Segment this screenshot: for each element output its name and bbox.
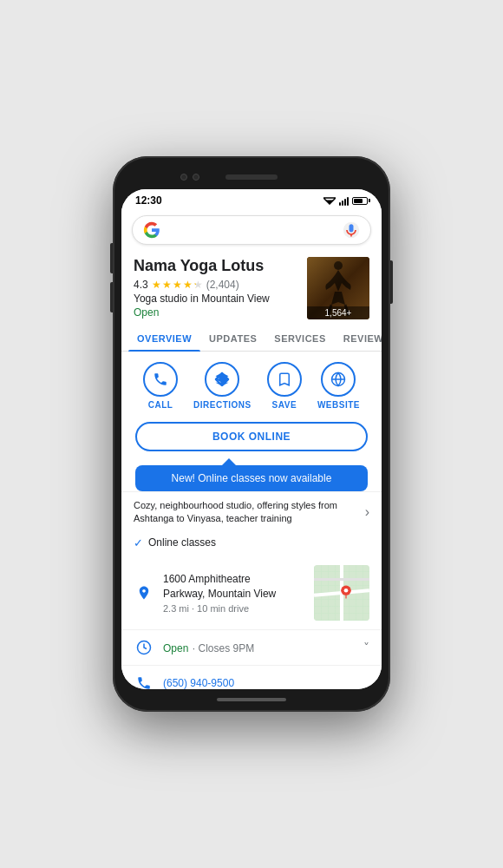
battery-icon [352, 197, 368, 205]
online-classes-text: Online classes [148, 536, 216, 549]
save-label: SAVE [272, 400, 297, 410]
call-label: CALL [148, 400, 173, 410]
business-card: Nama Yoga Lotus 4.3 ★ ★ ★ ★ ★ ★ (2,404) [121, 250, 382, 326]
svg-point-5 [334, 261, 343, 270]
status-bar: 12:30 [121, 189, 382, 210]
phone-notch [121, 165, 382, 189]
checkmark-icon: ✓ [134, 536, 143, 549]
status-time: 12:30 [135, 194, 162, 207]
tooltip-wrapper: New! Online classes now available [121, 458, 382, 491]
star-1: ★ [152, 279, 161, 291]
business-name: Nama Yoga Lotus [134, 257, 300, 276]
bookmark-icon [277, 372, 292, 387]
microphone-icon[interactable] [343, 221, 360, 239]
wifi-icon [323, 196, 336, 205]
tab-overview[interactable]: OVERVIEW [128, 326, 200, 351]
directions-icon [214, 372, 230, 387]
search-bar-wrapper [121, 210, 382, 250]
svg-marker-1 [325, 201, 334, 205]
volume-up-button[interactable] [110, 243, 113, 273]
phone-bottom [121, 693, 382, 707]
home-indicator[interactable] [217, 698, 286, 701]
clock-icon [134, 637, 154, 658]
book-online-wrapper: BOOK ONLINE [121, 417, 382, 458]
review-count: (2,404) [206, 279, 239, 291]
globe-icon [330, 372, 346, 387]
call-circle [143, 362, 178, 397]
tooltip-arrow [222, 458, 236, 465]
save-button[interactable]: SAVE [267, 362, 302, 410]
description-chevron-icon: › [365, 504, 369, 520]
directions-button[interactable]: DIRECTIONS [193, 362, 252, 410]
website-label: WEBSITE [317, 400, 360, 410]
star-3: ★ [173, 279, 182, 291]
search-bar[interactable] [132, 215, 371, 245]
map-thumbnail[interactable] [314, 565, 369, 621]
tooltip-box: New! Online classes now available [135, 465, 368, 491]
map-bg [314, 565, 369, 621]
address-row[interactable]: 1600 Amphitheatre Parkway, Mountain View… [121, 556, 382, 629]
location-pin-icon [134, 582, 154, 603]
map-pin-icon [340, 584, 352, 600]
power-button[interactable] [390, 260, 393, 304]
business-type: Yoga studio in Mountain View [134, 293, 300, 305]
directions-label: DIRECTIONS [193, 400, 252, 410]
tabs-bar: OVERVIEW UPDATES SERVICES REVIEWS P [121, 326, 382, 352]
open-status: Open [134, 306, 300, 319]
book-online-button[interactable]: BOOK ONLINE [135, 422, 368, 451]
description-row[interactable]: Cozy, neighbourhood studio, offering sty… [121, 491, 382, 533]
front-camera-right [193, 174, 199, 181]
earpiece-speaker [225, 174, 278, 180]
phone-number-text[interactable]: (650) 940-9500 [163, 677, 234, 689]
tab-reviews[interactable]: REVIEWS [335, 326, 382, 351]
call-button[interactable]: CALL [143, 362, 178, 410]
action-buttons: CALL DIRECTIONS [121, 352, 382, 417]
google-logo [143, 221, 160, 239]
rating-number: 4.3 [134, 279, 148, 291]
website-button[interactable]: WEBSITE [317, 362, 360, 410]
star-4: ★ [183, 279, 193, 291]
description-text: Cozy, neighbourhood studio, offering sty… [134, 499, 362, 526]
address-content: 1600 Amphitheatre Parkway, Mountain View… [163, 572, 305, 614]
hours-chevron-icon: ˅ [363, 641, 369, 654]
front-camera-left [180, 174, 187, 181]
business-photo[interactable]: 1,564+ [307, 257, 369, 319]
hours-row[interactable]: Open · Closes 9PM ˅ [121, 629, 382, 665]
online-classes-row: ✓ Online classes [121, 533, 382, 556]
hours-content: Open · Closes 9PM [163, 640, 355, 655]
star-5: ★ ★ [193, 279, 203, 291]
rating-row: 4.3 ★ ★ ★ ★ ★ ★ (2,404) [134, 279, 300, 291]
tab-services[interactable]: SERVICES [265, 326, 334, 351]
status-icons [323, 195, 368, 206]
distance-text: 2.3 mi · 10 min drive [163, 603, 305, 614]
signal-icon [339, 195, 349, 206]
tab-updates[interactable]: UPDATES [200, 326, 265, 351]
website-circle [321, 362, 356, 397]
hours-open-text: Open [163, 642, 188, 654]
directions-circle [205, 362, 239, 397]
hours-close-text: · Closes 9PM [193, 642, 254, 654]
save-circle [267, 362, 302, 397]
volume-down-button[interactable] [110, 282, 113, 312]
phone-icon [153, 372, 168, 387]
address-line1: 1600 Amphitheatre Parkway, Mountain View [163, 572, 305, 602]
business-info: Nama Yoga Lotus 4.3 ★ ★ ★ ★ ★ ★ (2,404) [134, 257, 300, 319]
star-2: ★ [162, 279, 172, 291]
phone-frame: 12:30 [113, 156, 390, 712]
phone-number-icon [134, 673, 154, 689]
stars: ★ ★ ★ ★ ★ ★ [152, 279, 203, 291]
svg-point-8 [344, 589, 349, 593]
phone-number-row[interactable]: (650) 940-9500 [121, 665, 382, 689]
photo-count-overlay: 1,564+ [307, 306, 369, 319]
phone-screen: 12:30 [121, 189, 382, 689]
